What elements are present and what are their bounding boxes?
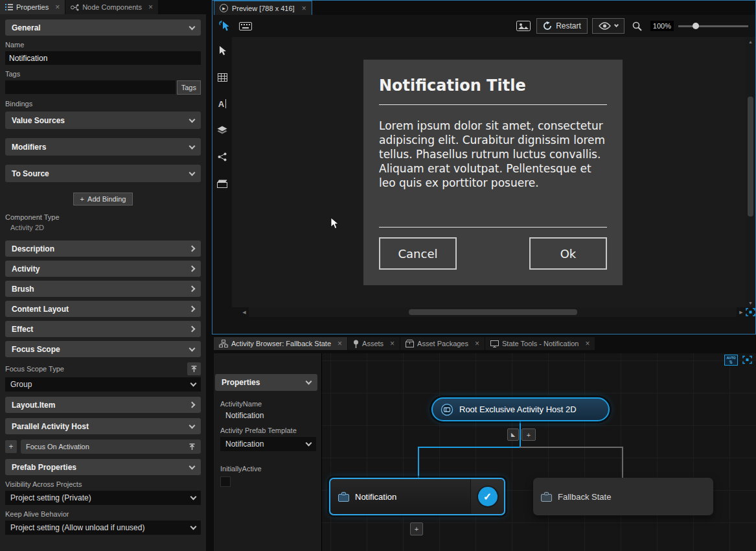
modifiers-header[interactable]: Modifiers <box>5 138 201 156</box>
clapperboard-icon <box>217 180 227 188</box>
layers-tool-button[interactable] <box>214 122 231 139</box>
scroll-right-icon[interactable]: ▶ <box>737 308 746 317</box>
chevron-down-icon <box>306 379 312 385</box>
visibility-dropdown[interactable]: Project setting (Private) <box>5 491 201 505</box>
dialog-title: Notification Title <box>379 76 607 95</box>
close-icon[interactable]: × <box>585 340 590 347</box>
fit-graph-button[interactable] <box>742 355 752 364</box>
cancel-button[interactable]: Cancel <box>379 237 457 270</box>
section-general-header[interactable]: General <box>5 19 201 36</box>
mouse-cursor <box>330 217 339 232</box>
tab-activity-browser[interactable]: Activity Browser: Fallback State × <box>214 337 347 350</box>
horizontal-scrollbar-thumb[interactable] <box>409 309 577 315</box>
fit-view-icon <box>742 355 752 364</box>
section-label: Brush <box>12 285 34 294</box>
dialog-body-text: Lorem ipsum dolor sit amet, consectetur … <box>379 119 607 217</box>
play-icon: ▶ <box>220 4 228 12</box>
vertical-scrollbar-thumb[interactable] <box>748 97 753 217</box>
auto-layout-button[interactable]: AUTO ⇅ <box>724 355 738 366</box>
text-tool-button[interactable]: A <box>214 95 231 112</box>
tab-assets[interactable]: Assets × <box>348 337 400 350</box>
collapse-branch-button[interactable]: ◣ <box>507 428 519 441</box>
revert-property-button[interactable] <box>187 362 201 375</box>
root-activity-host-node[interactable]: Root Exclusive Activity Host 2D <box>431 397 610 421</box>
scroll-down-icon[interactable]: ▼ <box>746 298 755 307</box>
tab-properties[interactable]: Properties × <box>0 0 65 14</box>
tab-node-components[interactable]: Node Components × <box>65 0 158 14</box>
fallback-state-node[interactable]: Fallback State <box>533 478 713 515</box>
add-binding-button[interactable]: + Add Binding <box>73 193 133 205</box>
preview-tabbar: ▶ Preview [788 x 416] × <box>212 1 755 15</box>
section-layout-item-header[interactable]: Layout.Item <box>5 397 201 413</box>
component-type-value: Activity 2D <box>10 224 201 231</box>
tab-preview[interactable]: ▶ Preview [788 x 416] × <box>214 1 312 15</box>
magnifier-icon <box>632 21 642 31</box>
close-icon[interactable]: × <box>390 340 395 347</box>
keyboard-icon <box>239 22 252 30</box>
section-content-layout-header[interactable]: Content Layout <box>5 301 201 317</box>
active-state-toggle[interactable]: ✓ <box>478 487 498 506</box>
flowchart-icon <box>219 340 228 347</box>
revert-arrow-icon[interactable] <box>189 443 196 451</box>
slider-thumb[interactable] <box>693 23 699 29</box>
focus-on-activation-header[interactable]: Focus On Activation <box>21 440 201 454</box>
notification-activity-node[interactable]: Notification ✓ <box>329 478 505 515</box>
chevron-right-icon <box>189 402 196 408</box>
restart-button[interactable]: Restart <box>536 18 588 34</box>
tags-input[interactable] <box>5 80 176 94</box>
close-icon[interactable]: × <box>55 3 60 11</box>
focus-scope-type-label: Focus Scope Type <box>5 365 64 373</box>
horizontal-scrollbar[interactable]: ◀ ▶ <box>212 307 755 317</box>
ok-button[interactable]: Ok <box>529 237 607 270</box>
add-child-activity-button[interactable]: + <box>410 522 423 535</box>
prefab-template-dropdown[interactable]: Notification <box>220 437 316 451</box>
scroll-left-icon[interactable]: ◀ <box>240 308 249 317</box>
scroll-up-icon[interactable]: ▲ <box>746 37 755 46</box>
tab-label: Properties <box>16 3 49 11</box>
initially-active-checkbox[interactable] <box>220 476 231 487</box>
section-prefab-properties-header[interactable]: Prefab Properties <box>5 459 201 475</box>
section-activity-header[interactable]: Activity <box>5 261 201 277</box>
activity-graph[interactable]: Root Exclusive Activity Host 2D ◣ + Noti… <box>322 353 756 551</box>
section-description-header[interactable]: Description <box>5 240 201 257</box>
section-label: Prefab Properties <box>12 463 76 472</box>
keep-alive-dropdown[interactable]: Project setting (Allow unload if unused) <box>5 521 201 535</box>
activity-properties-header[interactable]: Properties <box>215 374 317 391</box>
close-icon[interactable]: × <box>338 340 342 347</box>
display-capture-button[interactable] <box>515 18 532 34</box>
activity-properties-subpanel: Properties ActivityName Notification Act… <box>214 353 322 551</box>
scene-tool-button[interactable] <box>214 175 231 192</box>
interaction-mode-button[interactable] <box>216 18 233 34</box>
name-input[interactable]: Notification <box>5 51 201 65</box>
section-focus-scope-header[interactable]: Focus Scope <box>5 341 201 357</box>
fit-view-button[interactable] <box>746 307 755 317</box>
virtual-keyboard-button[interactable] <box>237 18 254 34</box>
select-tool-button[interactable] <box>214 42 231 59</box>
close-icon[interactable]: × <box>302 5 306 12</box>
section-effect-header[interactable]: Effect <box>5 321 201 337</box>
close-icon[interactable]: × <box>148 3 153 11</box>
zoom-slider[interactable] <box>678 19 748 32</box>
value-sources-header[interactable]: Value Sources <box>5 111 201 129</box>
pointer-click-icon <box>219 20 229 32</box>
section-label: Activity <box>12 264 40 274</box>
horizontal-scrollbar-track[interactable] <box>249 307 737 317</box>
add-item-button[interactable]: + <box>5 440 17 453</box>
analyze-button[interactable] <box>592 18 624 34</box>
close-icon[interactable]: × <box>475 340 479 347</box>
focus-on-activation-label: Focus On Activation <box>26 443 89 451</box>
tags-button[interactable]: Tags <box>177 80 201 95</box>
section-brush-header[interactable]: Brush <box>5 281 201 297</box>
focus-scope-type-dropdown[interactable]: Group <box>5 377 201 392</box>
preview-canvas[interactable]: Notification Title Lorem ipsum dolor sit… <box>232 37 746 307</box>
zoom-button[interactable] <box>629 18 646 34</box>
node-graph-tool-button[interactable] <box>214 148 231 165</box>
grid-tool-button[interactable] <box>214 69 231 86</box>
tab-state-tools[interactable]: State Tools - Notification × <box>485 337 595 350</box>
section-parallel-activity-host-header[interactable]: Parallel Activity Host <box>5 418 201 434</box>
add-activity-button[interactable]: + <box>521 428 536 441</box>
to-source-header[interactable]: To Source <box>5 165 201 182</box>
header-label: Properties <box>222 378 260 387</box>
vertical-scrollbar[interactable]: ▲ ▼ <box>746 37 755 307</box>
tab-asset-packages[interactable]: Asset Packages × <box>400 337 485 350</box>
